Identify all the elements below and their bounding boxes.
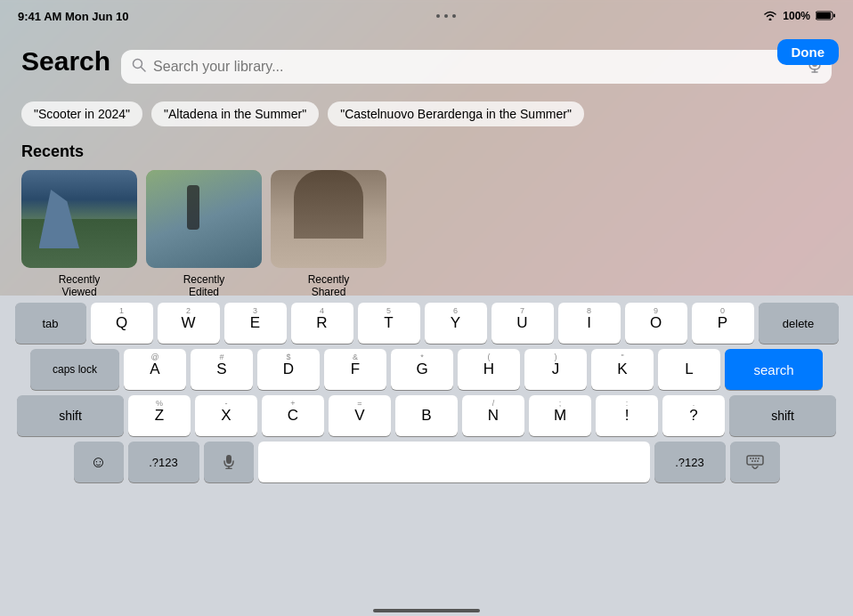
key-t[interactable]: 5T	[358, 303, 420, 344]
key-v[interactable]: =V	[329, 395, 391, 436]
key-r[interactable]: 4R	[291, 303, 353, 344]
key-i[interactable]: 8I	[558, 303, 621, 344]
key-n[interactable]: /N	[462, 395, 524, 436]
search-bar[interactable]	[121, 50, 832, 84]
recent-thumb-shared	[271, 170, 386, 268]
recent-thumb-edited	[146, 170, 262, 268]
recent-thumb-viewed	[21, 170, 137, 268]
suggestions-row: "Scooter in 2024" "Altadena in the Summe…	[21, 101, 832, 126]
kb-row-1: tab 1Q 2W 3E 4R 5T 6Y 7U 8I 9O 0P delete	[4, 303, 849, 344]
key-capslock[interactable]: caps lock	[30, 349, 119, 390]
key-h[interactable]: (H	[458, 349, 520, 390]
key-g[interactable]: *G	[391, 349, 453, 390]
key-l[interactable]: L	[658, 349, 720, 390]
key-shift-left[interactable]: shift	[17, 395, 124, 436]
recent-item-shared[interactable]: RecentlyShared	[271, 170, 386, 298]
recent-label-shared: RecentlyShared	[308, 273, 350, 298]
key-num123-left[interactable]: .?123	[128, 442, 199, 482]
key-emoji[interactable]: ☺	[74, 442, 124, 482]
key-tab[interactable]: tab	[15, 303, 86, 344]
key-b[interactable]: B	[395, 395, 458, 436]
key-f[interactable]: &F	[324, 349, 386, 390]
page-title: Search	[21, 46, 110, 77]
main-content: Search "Scooter in 2024" "Altadena	[0, 32, 853, 296]
kb-row-4: ☺ .?123 .?123	[4, 442, 849, 482]
key-a[interactable]: @A	[124, 349, 186, 390]
battery-percent: 100%	[783, 10, 810, 22]
key-delete[interactable]: delete	[759, 303, 839, 344]
home-indicator	[373, 609, 480, 612]
key-u[interactable]: 7U	[491, 303, 554, 344]
recent-label-edited: RecentlyEdited	[183, 273, 225, 298]
key-j[interactable]: )J	[524, 349, 587, 390]
key-keyboard-hide[interactable]	[730, 442, 780, 482]
recent-item-viewed[interactable]: RecentlyViewed	[21, 170, 137, 298]
key-q[interactable]: 1Q	[91, 303, 153, 344]
search-input[interactable]	[153, 59, 801, 75]
key-s[interactable]: #S	[191, 349, 253, 390]
key-exclamation[interactable]: :!	[596, 395, 658, 436]
key-microphone[interactable]	[204, 442, 254, 482]
svg-rect-2	[833, 14, 835, 18]
recents-label: Recents	[21, 142, 832, 161]
battery-icon	[816, 8, 835, 24]
key-question[interactable]: .?	[662, 395, 725, 436]
kb-row-3: shift %Z -X +C =V B /N ;M :! .? shift	[4, 395, 849, 436]
recent-item-edited[interactable]: RecentlyEdited	[146, 170, 262, 298]
status-center-dots	[436, 14, 456, 18]
wifi-icon	[763, 10, 777, 23]
svg-rect-8	[226, 455, 232, 464]
recent-label-viewed: RecentlyViewed	[59, 273, 101, 298]
key-m[interactable]: ;M	[529, 395, 591, 436]
key-x[interactable]: -X	[195, 395, 257, 436]
dot3	[452, 14, 456, 18]
svg-line-4	[142, 68, 146, 72]
dot2	[444, 14, 448, 18]
key-o[interactable]: 9O	[625, 303, 687, 344]
key-search[interactable]: search	[725, 349, 823, 390]
suggestion-chip-1[interactable]: "Altadena in the Summer"	[151, 101, 319, 126]
suggestion-chip-0[interactable]: "Scooter in 2024"	[21, 101, 142, 126]
keyboard: tab 1Q 2W 3E 4R 5T 6Y 7U 8I 9O 0P delete…	[0, 296, 853, 616]
key-space[interactable]	[258, 442, 650, 482]
recents-grid: RecentlyViewed RecentlyEdited RecentlySh…	[21, 170, 832, 298]
kb-row-2: caps lock @A #S $D &F *G (H )J "K L sear…	[4, 349, 849, 390]
key-num123-right[interactable]: .?123	[654, 442, 726, 482]
status-bar: 9:41 AM Mon Jun 10 100%	[0, 0, 853, 32]
key-shift-right[interactable]: shift	[729, 395, 836, 436]
key-d[interactable]: $D	[257, 349, 320, 390]
key-z[interactable]: %Z	[128, 395, 191, 436]
done-button[interactable]: Done	[777, 39, 840, 65]
key-w[interactable]: 2W	[158, 303, 220, 344]
key-y[interactable]: 6Y	[425, 303, 487, 344]
suggestion-chip-2[interactable]: "Castelnuovo Berardenga in the Summer"	[328, 101, 584, 126]
key-p[interactable]: 0P	[692, 303, 754, 344]
status-time: 9:41 AM Mon Jun 10	[18, 10, 128, 23]
search-icon	[132, 58, 146, 76]
status-right: 100%	[763, 8, 835, 24]
key-c[interactable]: +C	[262, 395, 324, 436]
key-e[interactable]: 3E	[224, 303, 287, 344]
svg-rect-1	[816, 12, 831, 19]
key-k[interactable]: "K	[591, 349, 654, 390]
dot1	[436, 14, 440, 18]
search-header-row: Search	[21, 46, 832, 87]
